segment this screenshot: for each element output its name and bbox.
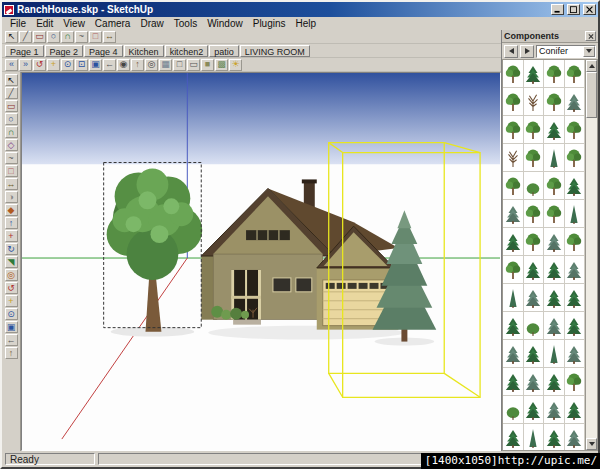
page-tab-patio[interactable]: patio — [209, 45, 239, 57]
page-tab-page-4[interactable]: Page 4 — [84, 45, 123, 57]
redo-button[interactable]: » — [19, 59, 32, 71]
component-thumbnail[interactable] — [544, 424, 565, 451]
page-tab-living-room[interactable]: LIVING ROOM — [240, 45, 310, 57]
pan-tool-button[interactable]: + — [5, 295, 18, 307]
dropdown-button[interactable] — [583, 46, 595, 57]
menu-item-help[interactable]: Help — [291, 18, 322, 29]
line-tool-button[interactable]: ╱ — [5, 87, 18, 99]
scroll-track[interactable] — [586, 72, 597, 438]
scroll-up-button[interactable] — [586, 60, 597, 72]
titlebar[interactable]: RanchHouse.skp - SketchUp — [2, 2, 598, 17]
page-tab-kitchen[interactable]: Kitchen — [124, 45, 164, 57]
circle-tool-button[interactable]: ○ — [47, 31, 60, 43]
component-thumbnail[interactable] — [503, 284, 524, 312]
circle-tool-button[interactable]: ○ — [5, 113, 18, 125]
component-thumbnail[interactable] — [565, 256, 586, 284]
components-scrollbar[interactable] — [586, 59, 598, 451]
component-thumbnail[interactable] — [503, 60, 524, 88]
freehand-tool-button[interactable]: ~ — [75, 31, 88, 43]
component-thumbnail[interactable] — [524, 200, 545, 228]
component-thumbnail[interactable] — [544, 88, 565, 116]
rectangle-tool-button[interactable]: ▭ — [5, 100, 18, 112]
walk-tool-button[interactable]: ↑ — [131, 59, 144, 71]
component-thumbnail[interactable] — [565, 60, 586, 88]
offset-tool-button[interactable]: ◎ — [5, 269, 18, 281]
component-thumbnail[interactable] — [544, 368, 565, 396]
component-thumbnail[interactable] — [544, 340, 565, 368]
page-tab-page-1[interactable]: Page 1 — [5, 45, 44, 57]
xray-mode-button[interactable]: ▦ — [159, 59, 172, 71]
component-thumbnail[interactable] — [565, 144, 586, 172]
collection-back-button[interactable] — [504, 45, 518, 58]
component-thumbnail[interactable] — [503, 256, 524, 284]
menu-item-file[interactable]: File — [5, 18, 31, 29]
component-thumbnail[interactable] — [565, 340, 586, 368]
move-tool-button[interactable]: + — [5, 230, 18, 242]
component-thumbnail[interactable] — [544, 172, 565, 200]
shaded-mode-button[interactable]: ■ — [201, 59, 214, 71]
component-thumbnail[interactable] — [524, 424, 545, 451]
component-thumbnail[interactable] — [565, 424, 586, 451]
component-thumbnail[interactable] — [544, 60, 565, 88]
textured-mode-button[interactable]: ▩ — [215, 59, 228, 71]
hidden-line-mode-button[interactable]: ▭ — [187, 59, 200, 71]
component-thumbnail[interactable] — [503, 228, 524, 256]
freehand-tool-button[interactable]: ~ — [5, 152, 18, 164]
component-thumbnail[interactable] — [524, 144, 545, 172]
walk-tool-button[interactable]: ↑ — [5, 347, 18, 359]
viewport-3d[interactable] — [21, 72, 501, 451]
orbit-tool-button[interactable]: ↺ — [5, 282, 18, 294]
collection-dropdown[interactable]: Conifer — [536, 45, 596, 58]
minimize-button[interactable] — [551, 4, 564, 15]
line-tool-button[interactable]: ╱ — [19, 31, 32, 43]
scale-tool-button[interactable]: ◥ — [5, 256, 18, 268]
component-thumbnail[interactable] — [565, 172, 586, 200]
push-pull-tool-button[interactable]: ↑ — [5, 217, 18, 229]
component-thumbnail[interactable] — [503, 340, 524, 368]
zoom-tool-button[interactable]: ⊙ — [61, 59, 74, 71]
tape-measure-tool-button[interactable]: ↔ — [5, 178, 18, 190]
component-thumbnail[interactable] — [503, 368, 524, 396]
collection-forward-button[interactable] — [520, 45, 534, 58]
component-thumbnail[interactable] — [524, 88, 545, 116]
select-tool-button[interactable]: ↖ — [5, 31, 18, 43]
menu-item-plugins[interactable]: Plugins — [248, 18, 291, 29]
eraser-tool-button[interactable]: □ — [5, 165, 18, 177]
zoom-extents-tool-button[interactable]: ▣ — [89, 59, 102, 71]
component-thumbnail[interactable] — [565, 88, 586, 116]
component-thumbnail[interactable] — [503, 424, 524, 451]
protractor-tool-button[interactable]: ◑ — [5, 191, 18, 203]
component-thumbnail[interactable] — [565, 228, 586, 256]
page-tab-kitchen2[interactable]: kitchen2 — [165, 45, 209, 57]
select-tool-button[interactable]: ↖ — [5, 74, 18, 86]
menu-item-view[interactable]: View — [58, 18, 90, 29]
zoom-extents-tool-button[interactable]: ▣ — [5, 321, 18, 333]
arc-tool-button[interactable]: ∩ — [61, 31, 74, 43]
zoom-window-tool-button[interactable]: ⊡ — [75, 59, 88, 71]
component-thumbnail[interactable] — [524, 256, 545, 284]
component-thumbnail[interactable] — [503, 88, 524, 116]
arc-tool-button[interactable]: ∩ — [5, 126, 18, 138]
component-thumbnail[interactable] — [544, 116, 565, 144]
camera-position-tool-button[interactable]: ◉ — [117, 59, 130, 71]
component-thumbnail[interactable] — [503, 172, 524, 200]
component-thumbnail[interactable] — [565, 312, 586, 340]
component-thumbnail[interactable] — [524, 396, 545, 424]
shadows-toggle-button[interactable]: ☀ — [229, 59, 242, 71]
component-thumbnail[interactable] — [565, 284, 586, 312]
component-thumbnail[interactable] — [565, 200, 586, 228]
component-thumbnail[interactable] — [544, 312, 565, 340]
panel-close-icon[interactable] — [585, 31, 596, 41]
pan-tool-button[interactable]: + — [47, 59, 60, 71]
component-thumbnail[interactable] — [544, 144, 565, 172]
component-thumbnail[interactable] — [503, 312, 524, 340]
zoom-tool-button[interactable]: ⊙ — [5, 308, 18, 320]
previous-view-button[interactable]: ← — [103, 59, 116, 71]
menu-item-camera[interactable]: Camera — [90, 18, 136, 29]
tape-measure-tool-button[interactable]: ↔ — [103, 31, 116, 43]
wireframe-mode-button[interactable]: □ — [173, 59, 186, 71]
scroll-down-button[interactable] — [586, 438, 597, 450]
maximize-button[interactable] — [567, 4, 580, 15]
component-thumbnail[interactable] — [544, 396, 565, 424]
component-thumbnail[interactable] — [503, 144, 524, 172]
